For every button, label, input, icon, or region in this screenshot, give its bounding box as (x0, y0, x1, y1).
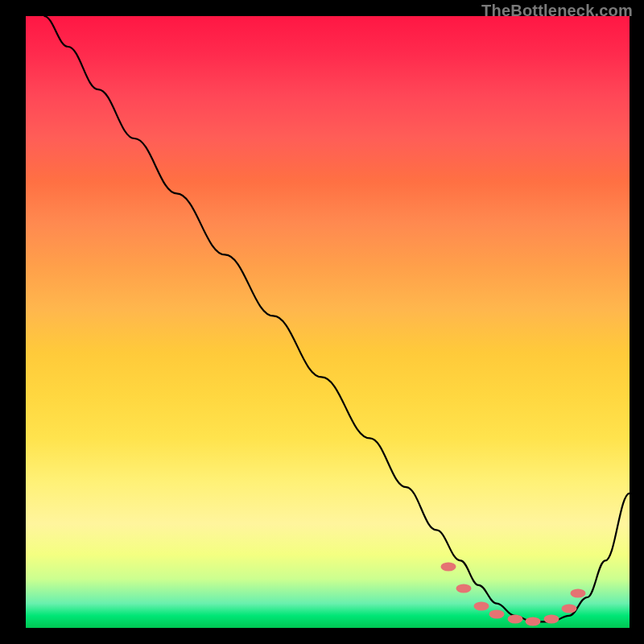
highlight-dot (489, 610, 505, 619)
watermark-text: TheBottleneck.com (481, 2, 633, 20)
highlight-dot (543, 615, 559, 624)
highlight-dot (507, 615, 522, 624)
highlight-dot (456, 584, 471, 592)
chart-frame: TheBottleneck.com (0, 0, 644, 644)
highlight-dot (474, 602, 489, 611)
highlight-dot (441, 563, 456, 572)
highlight-dot (526, 617, 541, 625)
highlight-dot (562, 604, 577, 613)
highlight-dot (571, 589, 586, 598)
gradient-plot-area (26, 16, 630, 628)
